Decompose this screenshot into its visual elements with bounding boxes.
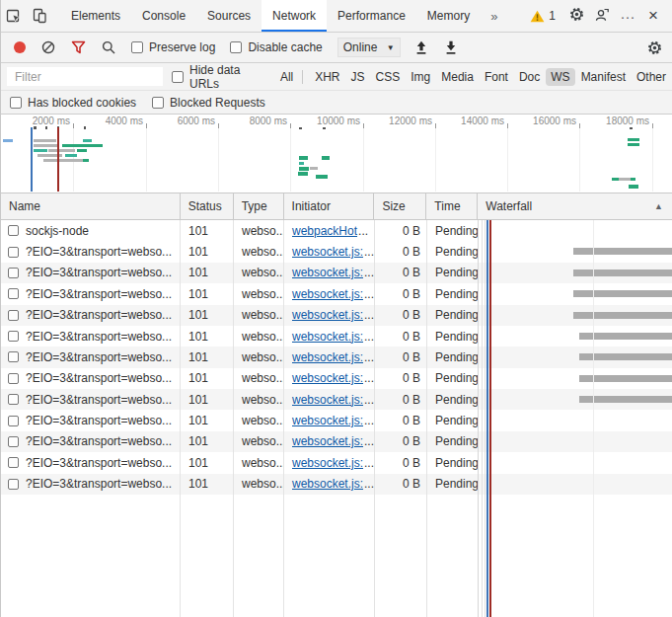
initiator-link[interactable]: webpackHot — [292, 224, 357, 238]
request-row-checkbox[interactable] — [8, 268, 19, 278]
request-name-cell[interactable]: ?EIO=3&transport=webso... — [1, 431, 181, 452]
filter-funnel-icon[interactable] — [71, 40, 86, 54]
request-name-cell[interactable]: ?EIO=3&transport=webso... — [1, 283, 181, 304]
more-options-icon[interactable]: ··· — [617, 8, 638, 25]
column-header-initiator[interactable]: Initiator — [284, 193, 375, 219]
request-row-checkbox[interactable] — [8, 457, 19, 468]
network-request-row[interactable]: ?EIO=3&transport=webso...101webso...webs… — [1, 283, 672, 304]
initiator-link[interactable]: websocket.js: — [292, 477, 363, 491]
export-har-icon[interactable] — [444, 40, 458, 55]
request-name-cell[interactable]: ?EIO=3&transport=webso... — [1, 474, 181, 495]
network-request-row[interactable]: sockjs-node101webso...webpackHot...0 BPe… — [1, 220, 672, 241]
filter-type-other[interactable]: Other — [632, 68, 671, 86]
filter-type-media[interactable]: Media — [436, 68, 479, 86]
request-name-cell[interactable]: ?EIO=3&transport=webso... — [1, 410, 181, 430]
device-toolbar-icon[interactable] — [27, 0, 52, 32]
tab-network[interactable]: Network — [261, 0, 327, 32]
initiator-link[interactable]: websocket.js: — [292, 287, 363, 301]
import-har-icon[interactable] — [414, 40, 428, 55]
record-button[interactable] — [14, 41, 26, 53]
initiator-link[interactable]: websocket.js: — [292, 456, 363, 470]
initiator-link[interactable]: websocket.js: — [292, 350, 363, 364]
tab-memory[interactable]: Memory — [416, 0, 481, 32]
more-panels-chevron-icon[interactable]: » — [490, 9, 497, 24]
network-request-row[interactable]: ?EIO=3&transport=webso...101webso...webs… — [1, 452, 672, 473]
preserve-log-checkbox[interactable] — [131, 41, 143, 53]
request-row-checkbox[interactable] — [8, 247, 19, 258]
filter-type-js[interactable]: JS — [346, 68, 370, 86]
request-name-cell[interactable]: ?EIO=3&transport=webso... — [1, 263, 181, 283]
has-blocked-cookies-checkbox[interactable] — [10, 97, 22, 109]
request-name-cell[interactable]: ?EIO=3&transport=webso... — [1, 452, 181, 473]
initiator-link[interactable]: websocket.js: — [292, 414, 363, 427]
request-row-checkbox[interactable] — [8, 436, 19, 447]
column-header-type[interactable]: Type — [234, 193, 284, 219]
inspect-element-icon[interactable] — [1, 0, 27, 32]
profile-icon[interactable] — [591, 7, 613, 26]
filter-type-img[interactable]: Img — [406, 68, 435, 86]
network-request-row[interactable]: ?EIO=3&transport=webso...101webso...webs… — [1, 326, 672, 347]
request-row-checkbox[interactable] — [8, 416, 19, 426]
request-name-cell[interactable]: ?EIO=3&transport=webso... — [1, 305, 181, 326]
throttling-dropdown[interactable]: Online ▼ — [337, 38, 401, 57]
filter-type-doc[interactable]: Doc — [514, 68, 545, 86]
tab-performance[interactable]: Performance — [327, 0, 416, 32]
hide-data-urls-toggle[interactable]: Hide data URLs — [172, 63, 265, 91]
network-request-row[interactable]: ?EIO=3&transport=webso...101webso...webs… — [1, 305, 672, 326]
filter-type-ws[interactable]: WS — [546, 68, 574, 86]
settings-gear-icon[interactable] — [565, 7, 587, 25]
initiator-link[interactable]: websocket.js: — [292, 371, 363, 385]
tab-sources[interactable]: Sources — [196, 0, 261, 32]
filter-type-css[interactable]: CSS — [371, 68, 406, 86]
filter-type-all[interactable]: All — [276, 68, 297, 86]
filter-type-font[interactable]: Font — [480, 68, 513, 86]
request-name-cell[interactable]: sockjs-node — [1, 220, 181, 241]
network-settings-gear-icon[interactable] — [647, 40, 662, 55]
column-header-waterfall[interactable]: Waterfall ▲ — [478, 193, 672, 219]
has-blocked-cookies-toggle[interactable]: Has blocked cookies — [10, 96, 136, 110]
filter-input[interactable] — [7, 67, 163, 86]
network-request-row[interactable]: ?EIO=3&transport=webso...101webso...webs… — [1, 389, 672, 410]
warning-badge[interactable]: 1 — [524, 9, 561, 23]
column-header-size[interactable]: Size — [374, 193, 426, 219]
network-request-row[interactable]: ?EIO=3&transport=webso...101webso...webs… — [1, 347, 672, 367]
close-icon[interactable]: × — [642, 6, 664, 26]
request-name-cell[interactable]: ?EIO=3&transport=webso... — [1, 389, 181, 410]
request-row-checkbox[interactable] — [8, 225, 19, 236]
hide-data-urls-checkbox[interactable] — [172, 71, 184, 83]
request-row-checkbox[interactable] — [8, 351, 19, 362]
initiator-link[interactable]: websocket.js: — [292, 308, 363, 322]
request-row-checkbox[interactable] — [8, 288, 19, 299]
request-row-checkbox[interactable] — [8, 310, 19, 321]
network-request-row[interactable]: ?EIO=3&transport=webso...101webso...webs… — [1, 474, 672, 495]
initiator-link[interactable]: websocket.js: — [292, 245, 363, 259]
blocked-requests-toggle[interactable]: Blocked Requests — [152, 96, 265, 110]
request-name-cell[interactable]: ?EIO=3&transport=webso... — [1, 326, 181, 347]
preserve-log-toggle[interactable]: Preserve log — [131, 40, 215, 54]
search-icon[interactable] — [102, 40, 115, 54]
request-name-cell[interactable]: ?EIO=3&transport=webso... — [1, 347, 181, 367]
request-row-checkbox[interactable] — [8, 373, 19, 384]
clear-icon[interactable] — [41, 40, 55, 54]
blocked-requests-checkbox[interactable] — [152, 97, 164, 109]
column-header-status[interactable]: Status — [181, 193, 234, 219]
network-request-row[interactable]: ?EIO=3&transport=webso...101webso...webs… — [1, 263, 672, 283]
network-request-row[interactable]: ?EIO=3&transport=webso...101webso...webs… — [1, 368, 672, 389]
tab-elements[interactable]: Elements — [60, 0, 131, 32]
network-request-row[interactable]: ?EIO=3&transport=webso...101webso...webs… — [1, 431, 672, 452]
initiator-link[interactable]: websocket.js: — [292, 330, 363, 344]
filter-type-xhr[interactable]: XHR — [310, 68, 344, 86]
request-name-cell[interactable]: ?EIO=3&transport=webso... — [1, 368, 181, 389]
column-header-time[interactable]: Time — [426, 193, 478, 219]
network-request-row[interactable]: ?EIO=3&transport=webso...101webso...webs… — [1, 410, 672, 430]
column-header-name[interactable]: Name — [1, 193, 181, 219]
network-request-row[interactable]: ?EIO=3&transport=webso...101webso...webs… — [1, 241, 672, 262]
initiator-link[interactable]: websocket.js: — [292, 266, 363, 279]
request-row-checkbox[interactable] — [8, 331, 19, 342]
network-overview-timeline[interactable]: 2000 ms4000 ms6000 ms8000 ms10000 ms1200… — [1, 115, 672, 193]
request-row-checkbox[interactable] — [8, 394, 19, 405]
request-row-checkbox[interactable] — [8, 479, 19, 490]
initiator-link[interactable]: websocket.js: — [292, 434, 363, 448]
filter-type-manifest[interactable]: Manifest — [576, 68, 631, 86]
initiator-link[interactable]: websocket.js: — [292, 393, 363, 407]
